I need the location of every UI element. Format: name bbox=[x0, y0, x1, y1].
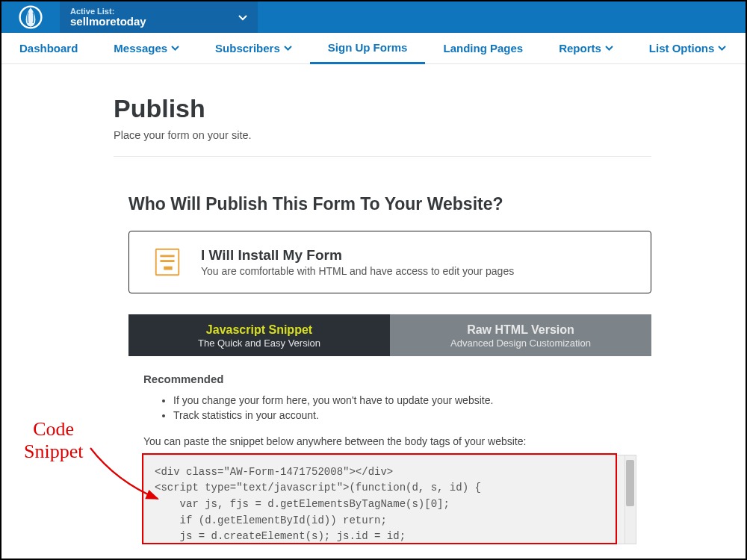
install-myself-option[interactable]: I Will Install My Form You are comfortab… bbox=[128, 231, 651, 293]
code-snippet-wrapper: <div class="AW-Form-1471752008"></div> <… bbox=[143, 455, 636, 544]
annotation-text: Code bbox=[24, 418, 83, 441]
nav-label: Messages bbox=[114, 42, 167, 55]
nav-label: Sign Up Forms bbox=[328, 41, 408, 54]
tab-javascript-snippet[interactable]: Javascript Snippet The Quick and Easy Ve… bbox=[128, 314, 390, 356]
list-item: Track statistics in your account. bbox=[173, 408, 636, 423]
nav-label: Subscribers bbox=[215, 42, 280, 55]
tab-subtitle: Advanced Design Customization bbox=[390, 337, 651, 349]
nav-label: Landing Pages bbox=[443, 42, 523, 55]
form-document-icon bbox=[152, 246, 183, 278]
page-content: Publish Place your form on your site. Wh… bbox=[1, 64, 659, 544]
nav-label: Dashboard bbox=[19, 42, 78, 55]
snippet-tabs: Javascript Snippet The Quick and Easy Ve… bbox=[128, 314, 651, 356]
section-heading: Who Will Publish This Form To Your Websi… bbox=[128, 194, 659, 214]
chevron-down-icon bbox=[238, 10, 247, 24]
page-subtitle: Place your form on your site. bbox=[114, 129, 659, 141]
logo[interactable] bbox=[1, 1, 60, 33]
divider bbox=[114, 156, 651, 157]
recommended-list: If you change your form here, you won't … bbox=[173, 393, 636, 423]
brand-logo-icon bbox=[19, 5, 43, 29]
nav-label: List Options bbox=[649, 42, 715, 55]
active-list-dropdown[interactable]: Active List: sellmoretoday bbox=[60, 1, 258, 33]
install-subtitle: You are comfortable with HTML and have a… bbox=[201, 265, 514, 277]
chevron-down-icon bbox=[605, 46, 613, 51]
nav-reports[interactable]: Reports bbox=[541, 33, 631, 64]
scrollbar[interactable] bbox=[624, 455, 636, 544]
tab-subtitle: The Quick and Easy Version bbox=[128, 337, 390, 349]
nav-label: Reports bbox=[559, 42, 601, 55]
svg-rect-3 bbox=[160, 260, 174, 262]
list-item: If you change your form here, you won't … bbox=[173, 393, 636, 408]
tab-title: Raw HTML Version bbox=[390, 323, 651, 337]
install-title: I Will Install My Form bbox=[201, 247, 514, 264]
paste-instruction: You can paste the snippet below anywhere… bbox=[143, 435, 636, 447]
top-bar: Active List: sellmoretoday bbox=[1, 1, 746, 33]
page-title: Publish bbox=[114, 94, 659, 123]
active-list-name: sellmoretoday bbox=[70, 15, 244, 28]
install-text: I Will Install My Form You are comfortab… bbox=[201, 247, 514, 277]
chevron-down-icon bbox=[284, 46, 292, 51]
tab-raw-html[interactable]: Raw HTML Version Advanced Design Customi… bbox=[390, 314, 651, 356]
tab-title: Javascript Snippet bbox=[128, 323, 390, 337]
main-nav: Dashboard Messages Subscribers Sign Up F… bbox=[1, 33, 746, 64]
chevron-down-icon bbox=[171, 46, 179, 51]
svg-rect-2 bbox=[160, 255, 174, 257]
annotation-text: Snippet bbox=[24, 441, 83, 463]
scrollbar-thumb[interactable] bbox=[626, 460, 634, 506]
annotation-label: Code Snippet bbox=[24, 418, 83, 463]
code-snippet-textarea[interactable]: <div class="AW-Form-1471752008"></div> <… bbox=[143, 455, 636, 544]
recommended-heading: Recommended bbox=[143, 373, 636, 385]
nav-dashboard[interactable]: Dashboard bbox=[1, 33, 96, 64]
nav-subscribers[interactable]: Subscribers bbox=[197, 33, 310, 64]
svg-rect-4 bbox=[164, 267, 172, 270]
nav-list-options[interactable]: List Options bbox=[631, 33, 745, 64]
nav-messages[interactable]: Messages bbox=[96, 33, 197, 64]
chevron-down-icon bbox=[718, 46, 726, 51]
nav-landing-pages[interactable]: Landing Pages bbox=[425, 33, 541, 64]
recommended-section: Recommended If you change your form here… bbox=[143, 373, 636, 544]
nav-signup-forms[interactable]: Sign Up Forms bbox=[310, 33, 426, 64]
